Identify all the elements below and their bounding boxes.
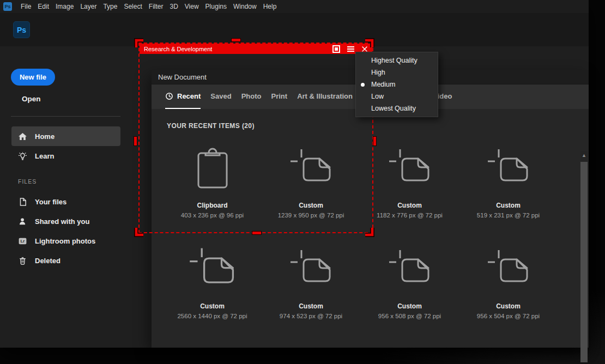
sidebar-item-label: Deleted <box>35 257 60 265</box>
menu-bar: Ps File Edit Image Layer Type Select Fil… <box>0 0 589 13</box>
sidebar-item-label: Shared with you <box>35 217 89 226</box>
sidebar: New file Open Home Learn <box>0 46 152 348</box>
document-preset-icon <box>486 248 531 292</box>
menu-item[interactable]: Image <box>52 0 77 13</box>
quality-menu-item-label: Lowest Quality <box>371 105 416 112</box>
recent-item-dimensions: 1182 x 776 px @ 72 ppi <box>360 212 459 219</box>
recent-item-dimensions: 2560 x 1440 px @ 72 ppi <box>163 313 262 319</box>
recent-item-title: Custom <box>360 202 459 209</box>
sidebar-item[interactable]: Your files <box>11 192 120 211</box>
sidebar-item-icon <box>18 236 27 246</box>
sidebar-item[interactable]: Home <box>11 126 120 146</box>
sidebar-item[interactable]: Lightroom photos <box>11 231 120 251</box>
sidebar-item-icon <box>18 197 27 207</box>
resize-handle-mid-left[interactable] <box>134 136 137 146</box>
scroll-up-icon[interactable]: ▲ <box>580 151 588 161</box>
scrollbar-thumb[interactable] <box>580 162 588 362</box>
recent-item-dimensions: 956 x 508 px @ 72 ppi <box>360 313 459 319</box>
menu-item[interactable]: 3D <box>166 0 181 13</box>
region-select-icon[interactable] <box>332 45 340 53</box>
recent-item-card[interactable]: Custom 974 x 523 px @ 72 ppi <box>262 244 360 319</box>
sidebar-item-icon <box>18 217 27 226</box>
quality-menu-item[interactable]: High <box>356 66 438 78</box>
menu-icon[interactable] <box>347 46 354 52</box>
resize-handle-top-right[interactable] <box>365 38 374 47</box>
sidebar-nav-main: Home Learn <box>11 126 120 166</box>
menu-item[interactable]: Window <box>230 0 260 13</box>
document-preset-icon <box>387 248 433 292</box>
recent-item-dimensions: 974 x 523 px @ 72 ppi <box>262 313 360 319</box>
recent-item-title: Custom <box>459 302 558 310</box>
document-preset-icon <box>387 147 433 191</box>
menu-item[interactable]: Help <box>260 0 280 13</box>
recent-item-dimensions: 956 x 504 px @ 72 ppi <box>459 313 558 319</box>
dialog-scrollbar[interactable]: ▲ <box>580 151 588 346</box>
photoshop-logo: Ps <box>13 21 30 38</box>
quality-menu-item[interactable]: Lowest Quality <box>356 102 438 114</box>
menu-item[interactable]: Filter <box>146 0 167 13</box>
capture-window-title: Research & Development <box>144 46 325 52</box>
recent-item-title: Custom <box>360 302 459 310</box>
resize-handle-top-left[interactable] <box>134 38 143 47</box>
recent-item-title: Custom <box>163 302 262 310</box>
files-section-label: FILES <box>18 178 37 185</box>
quality-menu-item-label: Low <box>371 93 384 100</box>
menu-item[interactable]: File <box>17 0 34 13</box>
capture-region-rect[interactable]: Research & Development <box>138 43 373 233</box>
recent-item-dimensions: 519 x 231 px @ 72 ppi <box>459 212 558 219</box>
sidebar-item-label: Your files <box>35 198 66 206</box>
quality-dropdown-menu: Highest Quality High Medium Low Lowest Q… <box>355 52 438 117</box>
sidebar-item-label: Lightroom photos <box>35 237 95 245</box>
radio-dot-icon <box>361 83 365 87</box>
sidebar-divider <box>11 116 120 117</box>
resize-handle-bottom-left[interactable] <box>134 228 143 237</box>
recent-item-card[interactable]: Custom 519 x 231 px @ 72 ppi <box>459 143 558 219</box>
sidebar-item-icon <box>18 256 27 265</box>
quality-menu-item-label: Highest Quality <box>371 57 418 64</box>
new-file-button[interactable]: New file <box>11 69 55 86</box>
sidebar-nav-files: Your files Shared with you Lightroom pho… <box>11 192 120 270</box>
sidebar-item[interactable]: Deleted <box>11 251 120 270</box>
document-preset-icon <box>486 147 531 191</box>
document-preset-icon <box>186 246 239 294</box>
recent-item-title: Custom <box>262 302 360 310</box>
sidebar-item[interactable]: Shared with you <box>11 211 120 231</box>
logo-band: Ps <box>0 13 589 46</box>
recent-item-title: Custom <box>459 202 558 209</box>
recent-item-card[interactable]: Custom 956 x 508 px @ 72 ppi <box>360 244 459 319</box>
menu-item[interactable]: View <box>182 0 202 13</box>
open-button[interactable]: Open <box>22 95 41 103</box>
recent-item-card[interactable]: Custom 1182 x 776 px @ 72 ppi <box>360 143 459 219</box>
quality-menu-item[interactable]: Highest Quality <box>356 54 438 66</box>
app-taskbar-icon: Ps <box>3 2 12 11</box>
sidebar-item[interactable]: Learn <box>11 146 120 166</box>
quality-menu-item[interactable]: Low <box>356 90 438 102</box>
resize-handle-top-center[interactable] <box>231 38 241 42</box>
quality-menu-item-label: High <box>371 69 385 76</box>
menu-item[interactable]: Select <box>120 0 145 13</box>
resize-handle-bottom-center[interactable] <box>252 231 262 235</box>
quality-menu-item-label: Medium <box>371 81 395 88</box>
sidebar-item-icon <box>18 132 27 141</box>
recent-item-card[interactable]: Custom 956 x 504 px @ 72 ppi <box>459 244 558 319</box>
capture-window-titlebar[interactable]: Research & Development <box>140 44 372 54</box>
quality-menu-item[interactable]: Medium <box>356 78 438 90</box>
menu-item[interactable]: Edit <box>34 0 52 13</box>
desktop: Ps File Edit Image Layer Type Select Fil… <box>0 0 605 364</box>
document-preset-icon <box>288 248 334 292</box>
menu-item[interactable]: Layer <box>77 0 100 13</box>
recent-item-card[interactable]: Custom 2560 x 1440 px @ 72 ppi <box>163 244 262 319</box>
menu-item[interactable]: Plugins <box>202 0 230 13</box>
resize-handle-mid-right[interactable] <box>373 136 377 146</box>
menu-item[interactable]: Type <box>100 0 120 13</box>
sidebar-item-icon <box>18 151 27 161</box>
sidebar-item-label: Learn <box>35 152 54 160</box>
resize-handle-bottom-right[interactable] <box>365 228 374 237</box>
sidebar-item-label: Home <box>35 132 55 141</box>
